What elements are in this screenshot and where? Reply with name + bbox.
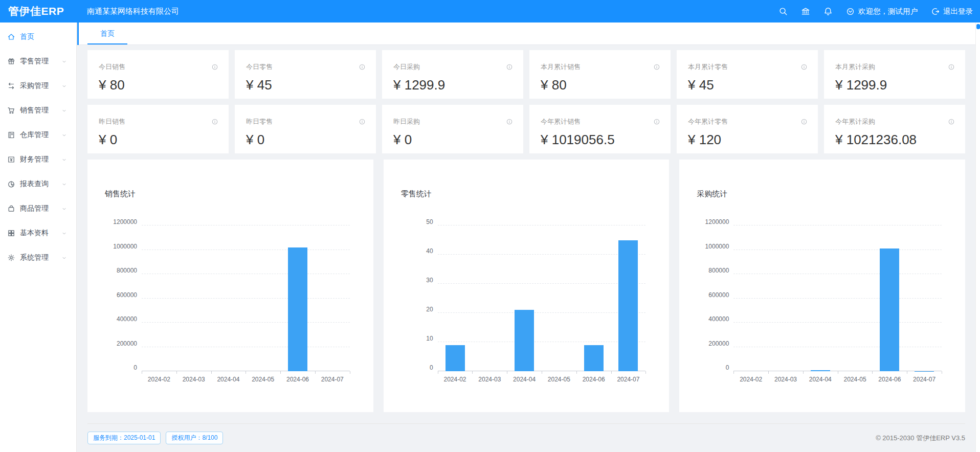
x-axis-tick (942, 371, 942, 374)
gear-icon (7, 254, 15, 262)
stat-card: 本月累计采购¥ 1299.9 (824, 50, 965, 99)
chart-title: 零售统计 (401, 189, 652, 199)
bell-icon[interactable] (823, 7, 833, 16)
y-axis-label: 40 (405, 247, 438, 255)
x-axis-label: 2024-07 (904, 376, 945, 383)
stat-card-value: ¥ 0 (393, 132, 513, 148)
stat-card-value: ¥ 80 (99, 77, 218, 93)
swap-icon (7, 82, 15, 90)
charts-grid: 销售统计020000040000060000080000010000001200… (87, 160, 965, 412)
stat-card: 今日采购¥ 1299.9 (382, 50, 523, 99)
info-icon[interactable] (506, 118, 513, 125)
stat-card-value: ¥ 1299.9 (835, 77, 955, 93)
gridline (733, 274, 942, 274)
x-axis-tick (733, 371, 734, 374)
y-axis-label: 0 (405, 364, 438, 371)
sidebar-item-label: 商品管理 (20, 204, 49, 213)
content: 今日销售¥ 80今日零售¥ 45今日采购¥ 1299.9本月累计销售¥ 80本月… (77, 45, 975, 452)
sidebar-item-reports[interactable]: 报表查询 (0, 172, 76, 196)
stat-card-value: ¥ 1019056.5 (541, 132, 660, 148)
chart-card: 销售统计020000040000060000080000010000001200… (87, 160, 373, 412)
tab-home[interactable]: 首页 (87, 23, 127, 44)
stat-card-label: 本月累计销售 (541, 62, 581, 72)
info-icon[interactable] (653, 118, 660, 125)
x-axis-tick (803, 371, 804, 374)
logout-button[interactable]: 退出登录 (931, 7, 973, 16)
sidebar-item-label: 采购管理 (20, 81, 49, 91)
logout-icon (931, 7, 940, 16)
stat-card-label: 昨日零售 (246, 117, 273, 126)
sidebar-item-retail[interactable]: 零售管理 (0, 49, 76, 74)
bag-icon (7, 205, 15, 213)
info-icon[interactable] (948, 118, 955, 125)
y-axis-label: 200000 (109, 340, 142, 347)
stat-card-top: 昨日采购 (393, 117, 513, 126)
chevron-down-icon (61, 59, 67, 64)
stat-card-label: 昨日销售 (99, 117, 125, 126)
stat-card-label: 本月累计零售 (688, 62, 728, 72)
sidebar-item-label: 零售管理 (20, 57, 49, 66)
sidebar-item-sales[interactable]: 销售管理 (0, 98, 76, 123)
chart-bar (618, 240, 638, 372)
chart-bar (880, 248, 899, 371)
chevron-down-icon (61, 206, 67, 212)
sidebar-item-basic[interactable]: 基本资料 (0, 221, 76, 245)
info-icon[interactable] (653, 63, 660, 71)
stat-card-top: 昨日销售 (99, 117, 218, 126)
x-axis-tick (211, 371, 212, 374)
info-icon[interactable] (211, 118, 218, 125)
info-icon[interactable] (948, 63, 955, 71)
x-axis-tick (507, 371, 507, 374)
logout-label: 退出登录 (943, 7, 973, 16)
y-axis-label: 400000 (109, 315, 142, 323)
gridline (142, 274, 350, 274)
stat-card: 昨日销售¥ 0 (87, 105, 229, 153)
x-axis-tick (611, 371, 612, 374)
stat-card-top: 今年累计销售 (541, 117, 660, 126)
y-axis-label: 400000 (701, 315, 733, 323)
x-axis-tick (576, 371, 577, 374)
gridline (142, 250, 350, 250)
info-icon[interactable] (800, 118, 808, 125)
stat-card: 今年累计零售¥ 120 (677, 105, 818, 153)
sidebar-item-finance[interactable]: 财务管理 (0, 147, 76, 172)
stat-card-value: ¥ 0 (99, 132, 218, 148)
stat-card-label: 本月累计采购 (835, 62, 875, 72)
y-axis-label: 30 (405, 277, 438, 284)
stat-card-value: ¥ 45 (246, 77, 366, 93)
sidebar-item-system[interactable]: 系统管理 (0, 245, 76, 270)
chevron-down-icon (61, 231, 67, 236)
sidebar-item-goods[interactable]: 商品管理 (0, 196, 76, 221)
header-actions: 欢迎您，测试用户 退出登录 (778, 7, 980, 16)
user-menu[interactable]: 欢迎您，测试用户 (846, 7, 918, 16)
y-axis-label: 800000 (109, 267, 142, 274)
info-icon[interactable] (506, 63, 513, 71)
gridline (733, 250, 942, 250)
stat-card-label: 昨日采购 (393, 117, 420, 126)
scrollbar-thumb[interactable] (976, 24, 980, 29)
sidebar: 首页零售管理采购管理销售管理仓库管理财务管理报表查询商品管理基本资料系统管理 (0, 22, 77, 452)
bank-icon[interactable] (801, 7, 810, 16)
sidebar-item-home[interactable]: 首页 (0, 25, 76, 49)
search-icon[interactable] (778, 7, 788, 16)
cart-icon (7, 106, 15, 115)
x-axis-tick (246, 371, 246, 374)
sidebar-item-label: 财务管理 (20, 155, 49, 164)
stat-card: 本月累计销售¥ 80 (529, 50, 671, 99)
info-icon[interactable] (359, 63, 366, 71)
footer-badges: 服务到期：2025-01-01 授权用户：8/100 (87, 432, 223, 444)
info-icon[interactable] (211, 63, 218, 71)
sidebar-item-purchase[interactable]: 采购管理 (0, 74, 76, 98)
info-icon[interactable] (800, 63, 808, 71)
main-area: 首页 今日销售¥ 80今日零售¥ 45今日采购¥ 1299.9本月累计销售¥ 8… (77, 22, 975, 452)
chevron-down-icon (61, 255, 67, 261)
chart-bar (515, 310, 534, 371)
welcome-text: 欢迎您，测试用户 (858, 7, 918, 16)
gridline (142, 298, 350, 299)
info-icon[interactable] (359, 118, 366, 125)
x-axis-label: 2024-07 (312, 376, 353, 383)
stat-card-value: ¥ 120 (688, 132, 808, 148)
ledger-icon (7, 131, 15, 139)
y-axis-label: 1000000 (109, 243, 142, 250)
sidebar-item-warehouse[interactable]: 仓库管理 (0, 123, 76, 147)
